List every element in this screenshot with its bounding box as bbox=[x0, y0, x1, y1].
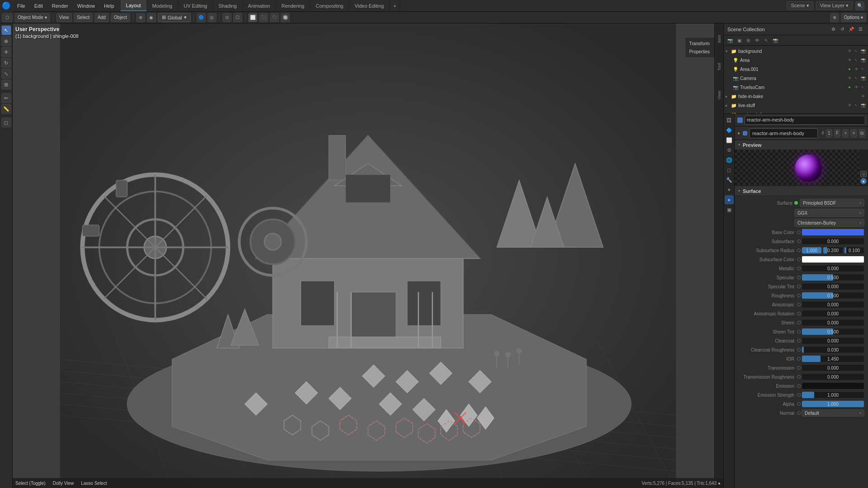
add-cube-tool[interactable]: ◻ bbox=[1, 117, 11, 127]
view-menu[interactable]: View bbox=[56, 13, 72, 22]
outliner-icon-mesh[interactable]: ▣ bbox=[736, 37, 743, 44]
material-fake-user-btn[interactable]: F bbox=[834, 129, 840, 137]
lasso-select-btn[interactable]: Lasso Select bbox=[81, 481, 107, 486]
tree-item-camera[interactable]: 📷 Camera 👁 ↖ 📸 bbox=[724, 74, 868, 83]
tab-modeling[interactable]: Modeling bbox=[147, 0, 179, 11]
material-new-btn[interactable]: + bbox=[842, 129, 849, 137]
eye-icon-background[interactable]: 👁 bbox=[846, 48, 853, 54]
tab-rendering[interactable]: Rendering bbox=[276, 0, 310, 11]
annotate-tool[interactable]: ✏ bbox=[1, 93, 11, 103]
sync-icon[interactable]: ↺ bbox=[838, 25, 846, 33]
dolly-view-btn[interactable]: Dolly View bbox=[53, 481, 74, 486]
eye-icon-live-stuff[interactable]: 👁 bbox=[846, 102, 853, 108]
subsurface-slider[interactable]: 0.000 bbox=[802, 238, 864, 245]
select-icon-camera[interactable]: ↖ bbox=[853, 75, 859, 81]
tab-plus[interactable]: + bbox=[390, 0, 400, 11]
prop-icon-world[interactable]: 🌐 bbox=[725, 155, 734, 164]
tree-item-background[interactable]: ▾ 📁 background 👁 ↖ 📸 bbox=[724, 47, 868, 56]
roughness-slider[interactable]: 0.500 bbox=[802, 292, 864, 299]
metallic-slider[interactable]: 0.000 bbox=[802, 265, 864, 272]
menu-render[interactable]: Render bbox=[47, 0, 73, 11]
tab-uv-editing[interactable]: UV Editing bbox=[178, 0, 213, 11]
subsurface-method-dropdown[interactable]: Christensen-Burley ▾ bbox=[794, 219, 864, 227]
outliner-icon-camera[interactable]: 📷 bbox=[726, 37, 734, 44]
xray-icon[interactable]: ☐ bbox=[233, 13, 242, 22]
material-users-btn[interactable]: 1 bbox=[826, 129, 832, 137]
menu-window[interactable]: Window bbox=[73, 0, 99, 11]
tree-item-area[interactable]: 💡 Area 👁 ↖ 📸 bbox=[724, 56, 868, 65]
viewport-area[interactable]: User Perspective (1) background | shingl… bbox=[13, 23, 723, 488]
global-dropdown[interactable]: ⊞ Global ▾ bbox=[158, 13, 191, 22]
properties-option[interactable]: Properties ▸ bbox=[689, 47, 717, 56]
select-icon-area[interactable]: ↖ bbox=[853, 57, 859, 63]
transmission-slider[interactable]: 0.000 bbox=[802, 364, 864, 371]
prop-icon-scene[interactable]: ⚙ bbox=[725, 145, 734, 155]
measure-tool[interactable]: 📏 bbox=[1, 104, 11, 114]
tab-layout[interactable]: Layout bbox=[121, 0, 147, 11]
gizmo-icon[interactable]: ⊕ bbox=[830, 13, 839, 22]
cursor-tool[interactable]: ⊕ bbox=[1, 36, 11, 46]
pivot-point-icon[interactable]: ◉ bbox=[147, 13, 156, 22]
editor-type-btn[interactable]: ⬡ bbox=[2, 13, 13, 22]
eye-icon-camera[interactable]: 👁 bbox=[846, 75, 853, 81]
transform-orientations-icon[interactable]: ⊕ bbox=[136, 13, 145, 22]
shading-render-icon[interactable]: 🔘 bbox=[281, 13, 290, 22]
sheen-tint-slider[interactable]: 0.500 bbox=[802, 328, 864, 335]
eye-icon-area[interactable]: 👁 bbox=[846, 57, 853, 63]
clearcoat-roughness-slider[interactable]: 0.030 bbox=[802, 346, 864, 353]
filter-icon[interactable]: ⚙ bbox=[829, 25, 837, 33]
tab-animation[interactable]: Animation bbox=[243, 0, 276, 11]
overlay-icon[interactable]: ⊙ bbox=[222, 13, 231, 22]
outliner-icon-all[interactable]: ⊞ bbox=[745, 37, 752, 44]
select-icon-live-stuff[interactable]: ↖ bbox=[853, 102, 859, 108]
eye-icon-area001[interactable]: 👁 bbox=[853, 66, 859, 72]
outliner-icon-hide[interactable]: 👁 bbox=[754, 37, 761, 44]
side-tab-tool[interactable]: Tool bbox=[715, 53, 723, 80]
prop-icon-object[interactable]: ◻ bbox=[725, 165, 734, 174]
rotate-tool[interactable]: ↻ bbox=[1, 58, 11, 68]
prop-icon-material[interactable]: ● bbox=[725, 195, 734, 204]
sheen-slider[interactable]: 0.000 bbox=[802, 319, 864, 326]
menu-edit[interactable]: Edit bbox=[30, 0, 47, 11]
anisotropic-slider[interactable]: 0.000 bbox=[802, 301, 864, 308]
object-menu[interactable]: Object bbox=[111, 13, 130, 22]
subsurface-color-swatch[interactable] bbox=[802, 256, 864, 263]
transmission-roughness-slider[interactable]: 0.000 bbox=[802, 373, 864, 380]
transform-tool[interactable]: ⊞ bbox=[1, 80, 11, 89]
specular-slider[interactable]: 0.500 bbox=[802, 274, 864, 281]
pin-icon[interactable]: 📌 bbox=[847, 25, 855, 33]
proportional-icon[interactable]: ◎ bbox=[208, 13, 217, 22]
scene-tree[interactable]: ▾ 📁 background 👁 ↖ 📸 💡 Area 👁 ↖ bbox=[724, 46, 868, 113]
menu-file[interactable]: File bbox=[13, 0, 30, 11]
subsurface-r3[interactable]: 0.100 bbox=[844, 247, 864, 254]
tree-item-truelso[interactable]: 📷 TruelsoCam ● 👁 ↖ bbox=[724, 83, 868, 92]
select-icon-background[interactable]: ↖ bbox=[853, 48, 859, 54]
preview-section-header[interactable]: ▾ Preview bbox=[735, 140, 868, 150]
eye-icon-truelso[interactable]: 👁 bbox=[853, 84, 859, 90]
select-icon-truelso[interactable]: ↖ bbox=[860, 84, 866, 90]
snap-icon[interactable]: 🔵 bbox=[197, 13, 206, 22]
base-color-swatch[interactable] bbox=[802, 229, 864, 236]
outliner-icon-render[interactable]: 📸 bbox=[772, 37, 779, 44]
outliner-icon-select[interactable]: ↖ bbox=[763, 37, 770, 44]
render-icon-background[interactable]: 📸 bbox=[860, 48, 866, 54]
tree-item-hide-bake[interactable]: ▸ 📁 hide-in-bake 👁 bbox=[724, 92, 868, 101]
material-name-field[interactable] bbox=[749, 128, 818, 138]
prop-icon-view[interactable]: ⬜ bbox=[725, 136, 734, 145]
render-icon-live-stuff[interactable]: 📸 bbox=[860, 102, 866, 108]
subsurface-r1[interactable]: 1.000 bbox=[802, 247, 822, 254]
tab-video-editing[interactable]: Video Editing bbox=[349, 0, 390, 11]
material-remove-btn[interactable]: × bbox=[850, 129, 857, 137]
ior-slider[interactable]: 1.450 bbox=[802, 355, 864, 362]
emission-color-swatch[interactable] bbox=[802, 382, 864, 389]
side-tab-view[interactable]: View bbox=[715, 81, 723, 108]
scale-tool[interactable]: ⤡ bbox=[1, 69, 11, 79]
add-menu[interactable]: Add bbox=[94, 13, 109, 22]
select-toggle-btn[interactable]: Select (Toggle) bbox=[15, 481, 46, 486]
prop-icon-data[interactable]: ▣ bbox=[725, 205, 734, 214]
options-btn[interactable]: Options ▾ bbox=[841, 13, 866, 22]
alpha-slider[interactable]: 1.000 bbox=[802, 400, 864, 408]
prop-icon-particles[interactable]: ✦ bbox=[725, 185, 734, 194]
material-copy-btn[interactable]: ⧉ bbox=[859, 129, 865, 137]
subsurface-r2[interactable]: 0.200 bbox=[823, 247, 843, 254]
